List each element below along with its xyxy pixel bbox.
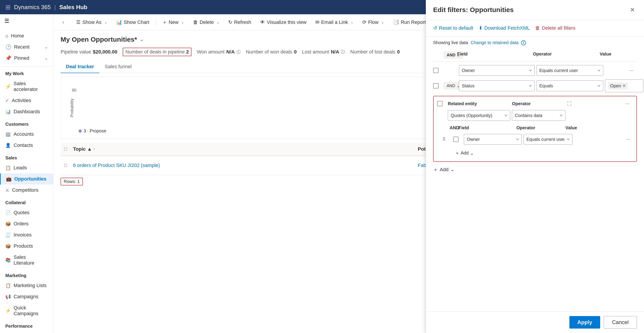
filter-value-select-2[interactable] xyxy=(630,81,640,91)
re-contains-select[interactable]: Contains data xyxy=(512,110,566,121)
filter-actions: ↺ Reset to default ⬇ Download FetchXML 🗑… xyxy=(426,20,644,37)
filter-field-select-2[interactable]: Status xyxy=(459,81,535,91)
row-checkbox[interactable] xyxy=(60,156,70,175)
filter-field-select-1[interactable]: Owner xyxy=(459,65,535,76)
col-header-value: Value xyxy=(598,51,626,60)
sidebar-item-pinned[interactable]: 📌 Pinned ⌄ xyxy=(0,53,53,64)
select-all-checkbox[interactable] xyxy=(64,147,67,152)
re-field-select[interactable]: Owner xyxy=(464,134,522,145)
re-entity-select[interactable]: Quotes (Opportunity) xyxy=(448,110,510,121)
re-add-button[interactable]: ＋ Add ⌄ xyxy=(455,148,474,158)
sidebar-hamburger[interactable]: ☰ xyxy=(0,14,53,28)
visualize-button[interactable]: 👁 Visualize this view xyxy=(256,17,310,28)
re-dots[interactable]: ··· xyxy=(622,100,633,107)
sidebar-item-invoices[interactable]: 🧾 Invoices xyxy=(0,229,53,240)
re-row-dots[interactable]: ··· xyxy=(624,136,633,143)
sidebar-item-campaigns[interactable]: 📢 Campaigns xyxy=(0,291,53,302)
num-deals-stat: Number of deals in pipeline 2 xyxy=(123,48,192,56)
report-icon: 📑 xyxy=(393,20,399,25)
tag-close-icon[interactable]: ✕ xyxy=(622,83,626,88)
reset-icon: ↺ xyxy=(433,25,437,31)
grid-icon: ⊞ xyxy=(5,4,10,11)
filter-operator-1[interactable]: Equals current user xyxy=(536,65,603,76)
col-topic[interactable]: Topic ▲ ↑ xyxy=(70,143,414,156)
email-link-button[interactable]: ✉ Email a Link ⌄ xyxy=(311,17,358,28)
flow-button[interactable]: ⟳ Flow ⌄ xyxy=(358,17,388,28)
sidebar-item-quick-campaigns[interactable]: ⚡ Quick Campaigns xyxy=(0,302,53,319)
sidebar-item-leads[interactable]: 📋 Leads xyxy=(0,162,53,173)
sidebar-item-sales-accelerator[interactable]: ⚡ Sales accelerator xyxy=(0,78,53,95)
topic-link[interactable]: 6 orders of Product SKU JI202 (sample) xyxy=(73,162,160,168)
filter-operator-select-2[interactable]: Equals xyxy=(536,81,603,91)
sidebar-item-home[interactable]: ⌂ Home xyxy=(0,30,53,42)
re-operator-field-select[interactable]: Equals current user xyxy=(524,134,572,145)
re-expand-icon[interactable]: ⛶ xyxy=(567,101,620,106)
col-header-field: Field xyxy=(456,51,531,60)
sidebar-item-competitors[interactable]: ⚔ Competitors xyxy=(0,185,53,196)
sidebar-item-activities[interactable]: ✓ Activities xyxy=(0,95,53,106)
sidebar-item-products[interactable]: 📦 Products xyxy=(0,240,53,252)
cancel-button[interactable]: Cancel xyxy=(604,316,637,328)
sidebar-item-quotes[interactable]: 📄 Quotes xyxy=(0,207,53,218)
re-col-operator: Operator xyxy=(514,124,564,131)
delete-icon: 🗑 xyxy=(535,25,540,31)
filter-value-tag-container: Open ✕ xyxy=(605,79,643,92)
filter-field-2[interactable]: Status xyxy=(459,81,535,91)
filter-header: Edit filters: Opportunities ✕ xyxy=(426,0,644,20)
tab-deal-tracker[interactable]: Deal tracker xyxy=(60,61,99,73)
sidebar-item-opportunities[interactable]: 💼 Opportunities xyxy=(0,173,53,185)
nav-buttons: ‹ xyxy=(59,18,68,27)
filter-panel: Edit filters: Opportunities ✕ ↺ Reset to… xyxy=(426,0,644,333)
chart-icon: 📊 xyxy=(116,20,122,25)
num-won-stat: Number of won deals 0 xyxy=(246,49,296,55)
filter-close-button[interactable]: ✕ xyxy=(628,5,637,14)
chevron-down-icon: ⌄ xyxy=(104,20,107,24)
sidebar-item-sales-literature[interactable]: 📚 Sales Literature xyxy=(0,252,53,269)
sidebar-item-dashboards[interactable]: 📊 Dashboards xyxy=(0,106,53,117)
reset-default-button[interactable]: ↺ Reset to default xyxy=(433,24,473,33)
accounts-icon: 🏢 xyxy=(5,132,11,137)
filter-field-1[interactable]: Owner xyxy=(459,65,535,76)
filter-operator-select-1[interactable]: Equals current user xyxy=(536,65,603,76)
sidebar-item-orders[interactable]: 📦 Orders xyxy=(0,218,53,229)
sort-icon: ↑ xyxy=(93,147,95,151)
products-icon: 📦 xyxy=(5,243,11,249)
sidebar-item-contacts[interactable]: 👤 Contacts xyxy=(0,140,53,151)
new-button[interactable]: ＋ New ⌄ xyxy=(158,17,188,28)
sidebar-item-recent[interactable]: 🕐 Recent ⌄ xyxy=(0,42,53,53)
re-operator-label: Operator xyxy=(512,101,566,106)
re-drag: ⠿ xyxy=(442,137,452,142)
sidebar-item-goals[interactable]: 🎯 Goals xyxy=(0,330,53,333)
re-col-field: Field xyxy=(457,124,514,131)
show-as-button[interactable]: ☰ Show As ⌄ xyxy=(72,17,111,28)
grid-select-all[interactable] xyxy=(60,143,70,156)
filter-row-checkbox-2[interactable] xyxy=(433,83,438,89)
tab-sales-funnel[interactable]: Sales funnel xyxy=(99,61,137,73)
related-entity-label: Related entity xyxy=(448,101,510,106)
re-checkbox[interactable] xyxy=(437,101,442,106)
related-entity-header-row: Related entity Operator ⛶ ··· xyxy=(437,100,633,107)
filter-title: Edit filters: Opportunities xyxy=(433,6,514,14)
nav-back-button[interactable]: ‹ xyxy=(59,18,68,27)
download-fetchxml-button[interactable]: ⬇ Download FetchXML xyxy=(478,24,530,33)
re-row-checkbox[interactable] xyxy=(453,137,458,142)
sidebar-item-marketing-lists[interactable]: 📋 Marketing Lists xyxy=(0,280,53,291)
lost-info-icon: ⓘ xyxy=(341,49,345,55)
title-chevron-icon[interactable]: ⌄ xyxy=(140,37,144,42)
refresh-button[interactable]: ↻ Refresh xyxy=(224,17,255,28)
filter-row-checkbox-1[interactable] xyxy=(433,68,438,73)
filter-operator-2[interactable]: Equals xyxy=(536,81,603,91)
col-header-actions xyxy=(626,51,637,60)
sidebar-item-accounts[interactable]: 🏢 Accounts xyxy=(0,129,53,140)
num-deals-highlight: Number of deals in pipeline 2 xyxy=(123,48,192,56)
delete-button[interactable]: 🗑 Delete ⌄ xyxy=(189,17,224,28)
filter-row-dots-1[interactable]: ··· xyxy=(626,67,637,74)
add-row-button[interactable]: ＋ Add ⌄ xyxy=(433,164,454,176)
show-chart-button[interactable]: 📊 Show Chart xyxy=(112,17,154,28)
change-to-retained-link[interactable]: Change to retained data xyxy=(471,40,519,45)
section-collateral: Collateral xyxy=(0,196,53,207)
delete-all-filters-button[interactable]: 🗑 Delete all filters xyxy=(535,24,575,33)
apply-button[interactable]: Apply xyxy=(570,316,600,328)
col-header-and: AND ⌄ xyxy=(442,51,456,60)
contacts-icon: 👤 xyxy=(5,143,11,148)
